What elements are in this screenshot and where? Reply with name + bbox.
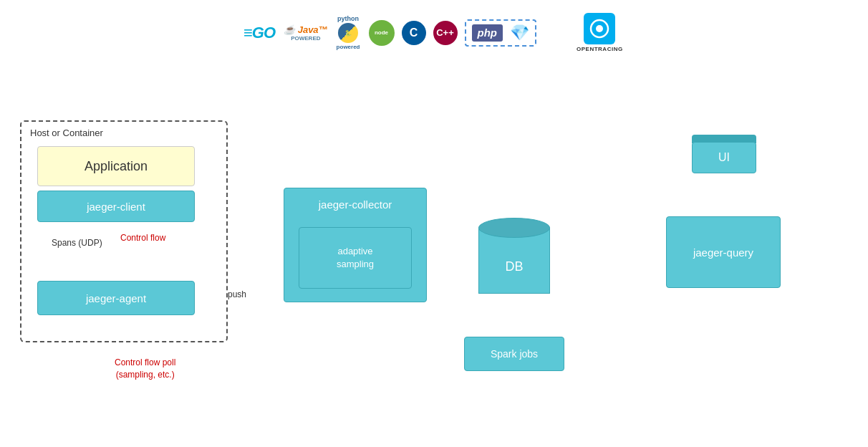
jaeger-client-label: jaeger-client: [87, 201, 145, 213]
opentracing-icon: [589, 18, 610, 39]
go-logo: ≡GO: [243, 24, 275, 42]
db-cylinder: DB: [478, 218, 550, 304]
ruby-logo: 💎: [510, 24, 529, 42]
control-flow-poll-label: Control flow poll(sampling, etc.): [115, 357, 175, 381]
adaptive-sampling-box: adaptivesampling: [299, 227, 412, 289]
c-logo: C: [402, 21, 426, 45]
language-logos-bar: ≡GO ☕ Java™ POWERED python 🐍 powered nod…: [243, 13, 623, 52]
application-box: Application: [37, 146, 195, 186]
ui-box: UI: [692, 142, 756, 173]
db-top: [478, 218, 550, 238]
architecture-diagram: ≡GO ☕ Java™ POWERED python 🐍 powered nod…: [0, 0, 868, 447]
jaeger-collector-box: jaeger-collector adaptivesampling: [284, 188, 427, 302]
spark-jobs-box: Spark jobs: [464, 337, 564, 371]
php-logo-box: php 💎: [465, 19, 537, 47]
java-logo: ☕ Java™ POWERED: [284, 24, 328, 42]
jaeger-client-box: jaeger-client: [37, 191, 195, 222]
push-label: push: [228, 289, 246, 299]
python-logo: python 🐍 powered: [337, 15, 360, 50]
arrows-svg: [0, 0, 215, 107]
svg-point-1: [596, 25, 603, 32]
jaeger-agent-box: jaeger-agent: [37, 281, 195, 315]
jaeger-collector-label: jaeger-collector: [284, 198, 426, 211]
spark-jobs-label: Spark jobs: [491, 348, 538, 360]
jaeger-query-label: jaeger-query: [693, 246, 753, 259]
php-logo: php: [478, 27, 498, 39]
db-label: DB: [479, 259, 549, 274]
ui-label: UI: [718, 151, 730, 164]
application-label: Application: [85, 159, 148, 174]
opentracing-logo: OPENTRACING: [577, 13, 623, 52]
cpp-logo: C++: [433, 21, 458, 45]
jaeger-agent-label: jaeger-agent: [86, 292, 146, 304]
control-flow-label: Control flow: [120, 233, 165, 244]
node-logo: node: [369, 20, 395, 46]
svg-line-2: [195, 67, 215, 107]
host-container-label: Host or Container: [30, 128, 103, 138]
spans-udp-label: Spans (UDP): [52, 238, 102, 249]
jaeger-query-box: jaeger-query: [666, 216, 781, 288]
adaptive-sampling-label: adaptivesampling: [337, 245, 374, 271]
opentracing-label: OPENTRACING: [577, 46, 623, 52]
